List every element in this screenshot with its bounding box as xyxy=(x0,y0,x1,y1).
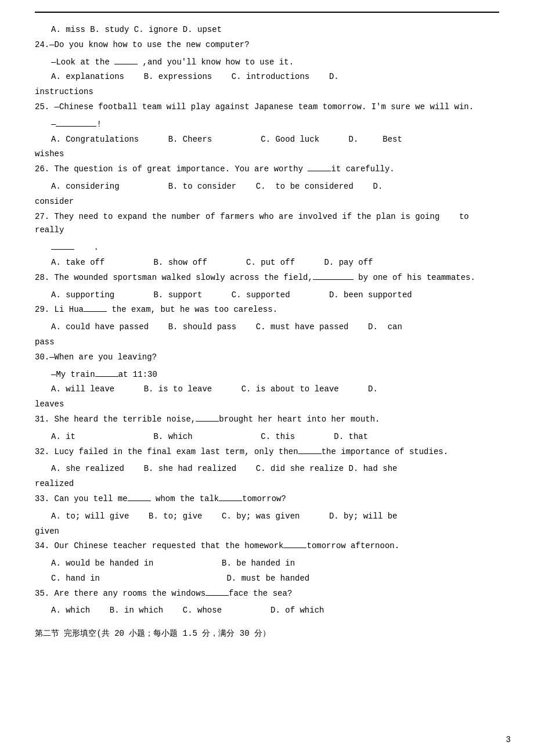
q35-text: 35. Are there any rooms the windowsface … xyxy=(35,587,499,601)
blank xyxy=(128,501,151,501)
q25-opt2: wishes xyxy=(35,147,499,161)
q31-opts: A. it B. which C. this D. that xyxy=(35,430,499,444)
blank xyxy=(283,548,306,548)
q34-opt1: A. would be handed in B. be handed in xyxy=(35,557,499,571)
q26-opt2: consider xyxy=(35,195,499,209)
blank xyxy=(51,249,74,250)
blank xyxy=(84,311,107,312)
q24-sub: —Look at the ,and you'll know how to use… xyxy=(35,56,499,70)
q32-opt1: A. she realized B. she had realized C. d… xyxy=(35,462,499,476)
blank xyxy=(205,595,229,596)
q29-text: 29. Li Hua the exam, but he was too care… xyxy=(35,303,499,317)
q30-opt2: leaves xyxy=(35,398,499,412)
q24-opt2: instructions xyxy=(35,85,499,99)
q26-opt1: A. considering B. to consider C. to be c… xyxy=(35,180,499,194)
blank xyxy=(308,171,331,171)
q30-sub: —My trainat 11:30 xyxy=(35,368,499,382)
blank xyxy=(298,453,322,454)
q35-opts: A. which B. in which C. whose D. of whic… xyxy=(35,604,499,618)
q29-opt1: A. could have passed B. should pass C. m… xyxy=(35,321,499,334)
q30-text: 30.—When are you leaving? xyxy=(35,351,499,365)
blank xyxy=(219,501,242,501)
top-divider xyxy=(35,12,499,13)
q25-text: 25. —Chinese football team will play aga… xyxy=(35,100,499,114)
q28-opts: A. supporting B. support C. supported D.… xyxy=(35,289,499,303)
q27-text: 27. They need to expand the number of fa… xyxy=(35,210,499,238)
q29-opt2: pass xyxy=(35,336,499,350)
page: A. miss B. study C. ignore D. upset 24.—… xyxy=(0,0,534,756)
q33-opt2: given xyxy=(35,525,499,539)
blank xyxy=(56,126,96,127)
q34-opt2: C. hand in D. must be handed xyxy=(35,572,499,586)
blank xyxy=(313,279,353,280)
q33-text: 33. Can you tell me whom the talktomorro… xyxy=(35,492,499,506)
q23-options: A. miss B. study C. ignore D. upset xyxy=(35,23,499,37)
blank xyxy=(114,64,138,64)
page-number: 3 xyxy=(506,735,511,744)
q33-opt1: A. to; will give B. to; give C. by; was … xyxy=(35,510,499,524)
content-area: A. miss B. study C. ignore D. upset 24.—… xyxy=(35,23,499,641)
q25-sub: —! xyxy=(35,118,499,132)
q24-text: 24.—Do you know how to use the new compu… xyxy=(35,38,499,52)
blank xyxy=(95,376,118,377)
q24-opt1: A. explanations B. expressions C. introd… xyxy=(35,70,499,84)
q32-opt2: realized xyxy=(35,477,499,491)
q34-text: 34. Our Chinese teacher requested that t… xyxy=(35,539,499,553)
blank xyxy=(196,421,219,422)
q27-sub: . xyxy=(35,241,499,255)
section-footer: 第二节 完形填空(共 20 小题；每小题 1.5 分，满分 30 分） xyxy=(35,627,499,641)
q30-opt1: A. will leave B. is to leave C. is about… xyxy=(35,383,499,397)
q27-opts: A. take off B. show off C. put off D. pa… xyxy=(35,256,499,270)
q28-text: 28. The wounded sportsman walked slowly … xyxy=(35,271,499,285)
q25-opt1: A. Congratulations B. Cheers C. Good luc… xyxy=(35,133,499,147)
q26-text: 26. The question is of great importance.… xyxy=(35,163,499,177)
q31-text: 31. She heard the terrible noise,brought… xyxy=(35,413,499,427)
q32-text: 32. Lucy failed in the final exam last t… xyxy=(35,445,499,459)
